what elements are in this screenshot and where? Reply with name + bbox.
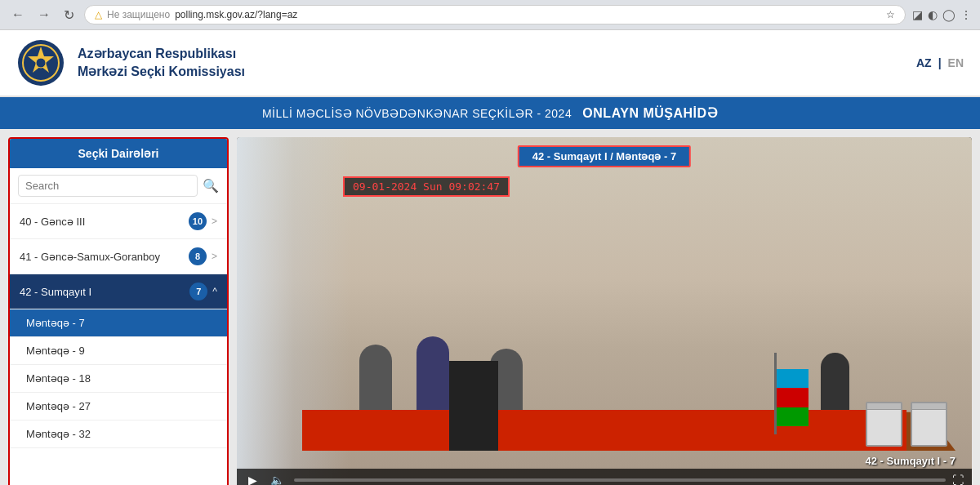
cast-icon[interactable]: ◪ (912, 8, 923, 21)
search-button[interactable]: 🔍 (203, 178, 219, 194)
person-4 (821, 353, 849, 410)
sidebar-subitem-9[interactable]: Məntəqə - 9 (10, 337, 227, 365)
ballot-box-1 (911, 402, 947, 447)
sidebar-item-40-badge: 10 (189, 212, 207, 230)
sidebar-item-41-badge: 8 (189, 247, 207, 265)
chevron-right-icon-41: > (212, 251, 217, 262)
search-box: 🔍 (10, 168, 227, 204)
search-input[interactable] (18, 175, 198, 197)
sub-header-highlight: ONLAYN MÜŞAHİDƏ (582, 106, 718, 120)
flag (776, 369, 808, 426)
sidebar-item-40-label: 40 - Gəncə III (20, 216, 189, 228)
back-button[interactable]: ← (8, 7, 28, 22)
sidebar-item-42-badge: 7 (189, 283, 207, 300)
sidebar-subitem-18[interactable]: Məntəqə - 18 (10, 365, 227, 393)
security-icon: △ (95, 9, 102, 20)
menu-icon[interactable]: ⋮ (960, 8, 972, 21)
site-logo (16, 38, 65, 87)
lang-switcher: AZ | EN (916, 56, 964, 69)
site-header: Azərbaycan Respublikası Mərkəzi Seçki Ko… (0, 30, 980, 97)
progress-bar[interactable] (294, 478, 946, 482)
dark-booth (449, 361, 498, 451)
reload-button[interactable]: ↻ (60, 7, 78, 23)
site-title: Azərbaycan Respublikası Mərkəzi Seçki Ko… (78, 45, 916, 82)
sidebar-title: Seçki Dairələri (10, 139, 227, 168)
url-bar[interactable]: △ Не защищено polling.msk.gov.az/?lang=a… (84, 5, 906, 24)
video-controls: ▶ 🔈 ⛶ (237, 469, 972, 485)
video-area: 42 - Sumqayıt I / Məntəqə - 7 09-01-2024… (237, 137, 972, 485)
chevron-right-icon-40: > (212, 216, 217, 227)
red-tablecloth (302, 410, 906, 451)
browser-chrome: ← → ↻ △ Не защищено polling.msk.gov.az/?… (0, 0, 980, 30)
sidebar-list: 40 - Gəncə III 10 > 41 - Gəncə-Samux-Gor… (10, 204, 227, 485)
sidebar-subitem-32[interactable]: Məntəqə - 32 (10, 420, 227, 448)
svg-point-3 (36, 58, 46, 68)
video-watermark: 42 - Sumqayıt I - 7 (865, 455, 956, 467)
browser-actions: ◪ ◐ ◯ ⋮ (912, 8, 972, 21)
chevron-up-icon-42: ^ (212, 286, 217, 297)
sidebar-subitem-7[interactable]: Məntəqə - 7 (10, 309, 227, 337)
url-text: polling.msk.gov.az/?lang=az (175, 9, 881, 20)
flag-blue-stripe (776, 369, 808, 388)
sidebar-subitem-27[interactable]: Məntəqə - 27 (10, 393, 227, 420)
sidebar: Seçki Dairələri 🔍 40 - Gəncə III 10 > 41… (8, 137, 229, 485)
lang-en[interactable]: EN (948, 56, 964, 69)
flag-green-stripe (776, 407, 808, 426)
sub-header-prefix: MİLLİ MƏCLİSƏ NÖVBƏDƏNKƏNAR SEÇKİLƏR - 2… (262, 107, 572, 120)
person-1 (359, 345, 392, 410)
person-2 (416, 336, 449, 410)
sidebar-item-42-label: 42 - Sumqayıt I (20, 286, 189, 298)
security-label: Не защищено (107, 9, 170, 20)
sub-header: MİLLİ MƏCLİSƏ NÖVBƏDƏNKƏNAR SEÇKİLƏR - 2… (0, 97, 980, 129)
main-content: Seçki Dairələri 🔍 40 - Gəncə III 10 > 41… (0, 129, 980, 485)
lang-az[interactable]: AZ (916, 56, 932, 69)
ballot-box-2 (866, 402, 902, 447)
video-timestamp: 09-01-2024 Sun 09:02:47 (343, 176, 510, 197)
flag-pole (774, 353, 777, 434)
sidebar-item-40[interactable]: 40 - Gəncə III 10 > (10, 204, 227, 239)
video-title-bar: 42 - Sumqayıt I / Məntəqə - 7 (518, 145, 691, 167)
profile-icon[interactable]: ◯ (942, 8, 956, 21)
forward-button[interactable]: → (34, 7, 54, 22)
play-button[interactable]: ▶ (245, 472, 261, 485)
volume-button[interactable]: 🔈 (267, 472, 287, 485)
fullscreen-button[interactable]: ⛶ (952, 474, 964, 485)
ext-icon[interactable]: ◐ (928, 8, 938, 21)
sidebar-item-41-label: 41 - Gəncə-Samux-Goranboy (20, 251, 189, 263)
star-icon[interactable]: ☆ (886, 9, 895, 20)
sidebar-item-41[interactable]: 41 - Gəncə-Samux-Goranboy 8 > (10, 239, 227, 274)
flag-red-stripe (776, 388, 808, 407)
sidebar-item-42[interactable]: 42 - Sumqayıt I 7 ^ (10, 274, 227, 309)
